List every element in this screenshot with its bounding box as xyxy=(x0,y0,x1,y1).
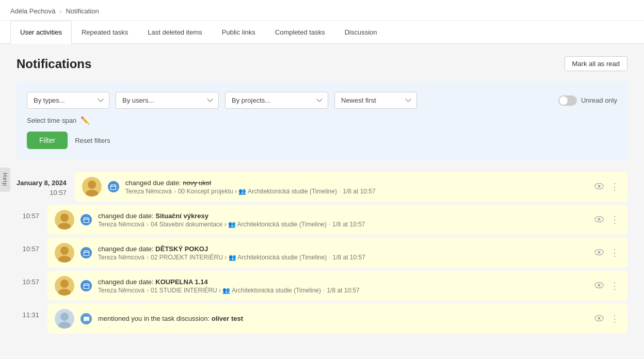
tab-user-activities[interactable]: User activities xyxy=(10,21,72,44)
page-title: Notifications xyxy=(17,57,91,71)
tab-repeated-tasks[interactable]: Repeated tasks xyxy=(72,21,138,44)
svg-point-32 xyxy=(60,313,69,321)
comment-icon xyxy=(81,313,92,324)
avatar xyxy=(55,243,74,263)
unread-only-toggle[interactable] xyxy=(558,95,577,106)
filter-by-types[interactable]: By types... xyxy=(27,92,109,109)
notif-time-sub: 1/8 at 10:57 xyxy=(332,221,365,228)
mark-read-button[interactable] xyxy=(593,247,605,258)
svg-point-23 xyxy=(598,251,601,254)
tab-discussion[interactable]: Discussion xyxy=(335,21,387,44)
edit-icon[interactable]: ✏️ xyxy=(81,116,89,124)
notif-time-sub: 1/8 at 10:57 xyxy=(333,254,365,261)
task-name: novy ukol xyxy=(183,179,211,187)
notif-card: mentioned you in the task discussion: ol… xyxy=(47,304,627,334)
more-options-button[interactable]: ⋮ xyxy=(609,279,620,292)
svg-point-25 xyxy=(58,289,71,296)
calendar-icon xyxy=(81,280,92,291)
filter-panel: By types... By users... By projects... N… xyxy=(17,81,627,159)
avatar xyxy=(55,210,74,230)
calendar-icon xyxy=(81,247,92,258)
unread-only-label: Unread only xyxy=(581,96,617,104)
task-name: oliver test xyxy=(212,315,243,322)
notif-actions: ⋮ xyxy=(593,312,620,325)
filter-by-users[interactable]: By users... xyxy=(116,92,219,109)
notif-main-text: changed due date: novy ukol xyxy=(125,179,587,187)
notif-main-text: changed due date: DĚTSKÝ POKOJ xyxy=(98,245,587,253)
notification-row: 11:31mentioned you in the task discussio… xyxy=(17,304,627,336)
more-options-button[interactable]: ⋮ xyxy=(609,213,620,226)
notif-main-text: mentioned you in the task discussion: ol… xyxy=(98,315,587,322)
notification-row: January 8, 202410:57changed due date: no… xyxy=(17,172,627,204)
notif-path: 00 Koncept projektu › 👥 Architektonická … xyxy=(178,188,337,195)
svg-rect-10 xyxy=(84,218,89,222)
tab-completed-tasks[interactable]: Completed tasks xyxy=(265,21,335,44)
notification-row: 10:57changed due date: Situační výkresyT… xyxy=(17,205,627,237)
svg-point-7 xyxy=(598,185,601,188)
notif-sub-text: Tereza Němcová›01 STUDIE INTERIÉRU › 👥 A… xyxy=(98,287,587,294)
sep2: · xyxy=(339,188,341,195)
more-options-button[interactable]: ⋮ xyxy=(609,180,620,193)
sep2: · xyxy=(323,287,325,294)
more-options-button[interactable]: ⋮ xyxy=(609,246,620,259)
svg-point-33 xyxy=(58,322,71,329)
svg-point-31 xyxy=(598,284,601,287)
breadcrumb-user[interactable]: Adéla Pechová xyxy=(10,7,55,15)
mark-read-button[interactable] xyxy=(593,181,605,192)
help-sidebar[interactable]: Help xyxy=(0,168,10,192)
notif-card: changed due date: Situační výkresyTereza… xyxy=(47,205,627,235)
tab-last-deleted-items[interactable]: Last deleted items xyxy=(138,21,212,44)
more-options-button[interactable]: ⋮ xyxy=(609,312,620,325)
notif-time: 10:57 xyxy=(17,205,47,220)
notif-main-text: changed due date: Situační výkresy xyxy=(98,212,587,220)
svg-point-24 xyxy=(60,280,69,288)
sep: › xyxy=(174,188,176,195)
notif-body: changed due date: DĚTSKÝ POKOJTereza Něm… xyxy=(98,245,587,261)
time-span-text[interactable]: Select time span xyxy=(27,117,76,124)
notif-time: January 8, 202410:57 xyxy=(17,172,75,197)
tabs-bar: User activitiesRepeated tasksLast delete… xyxy=(0,21,644,44)
filter-sort[interactable]: Newest firstOldest first xyxy=(334,92,417,109)
mark-read-button[interactable] xyxy=(593,280,605,291)
filter-button[interactable]: Filter xyxy=(27,132,68,149)
notification-row: 10:57changed due date: DĚTSKÝ POKOJTerez… xyxy=(17,238,627,270)
filter-by-projects[interactable]: By projects... xyxy=(225,92,328,109)
svg-rect-26 xyxy=(84,284,89,288)
breadcrumb-page: Notification xyxy=(66,7,99,15)
tab-public-links[interactable]: Public links xyxy=(212,21,265,44)
sep: › xyxy=(147,287,149,294)
task-name: Situační výkresy xyxy=(155,212,208,220)
notif-time: 10:57 xyxy=(17,271,47,286)
svg-point-8 xyxy=(60,214,69,222)
notif-body: mentioned you in the task discussion: ol… xyxy=(98,315,587,323)
notif-actions: ⋮ xyxy=(593,180,620,193)
svg-point-0 xyxy=(88,181,96,189)
notification-row: 10:57changed due date: KOUPELNA 1.14Tere… xyxy=(17,271,627,303)
mark-all-read-button[interactable]: Mark all as read xyxy=(565,56,627,71)
notif-time: 10:57 xyxy=(17,238,47,253)
mark-read-button[interactable] xyxy=(593,214,605,225)
svg-point-15 xyxy=(598,218,601,221)
notif-time-sub: 1/8 at 10:57 xyxy=(327,287,359,294)
notif-actions: ⋮ xyxy=(593,213,620,226)
notif-sub-text: Tereza Němcová›02 PROJEKT INTERIÉRU › 👥 … xyxy=(98,254,587,261)
notif-actions: ⋮ xyxy=(593,246,620,259)
avatar xyxy=(55,276,74,296)
notif-sub-text: Tereza Němcová›04 Stavební dokumentace ›… xyxy=(98,221,587,228)
notif-time: 11:31 xyxy=(17,304,47,319)
reset-filters-link[interactable]: Reset filters xyxy=(75,137,110,144)
sep2: · xyxy=(329,254,330,261)
notif-card: changed due date: KOUPELNA 1.14Tereza Ně… xyxy=(47,271,627,301)
avatar xyxy=(55,309,74,329)
sep: › xyxy=(147,221,149,228)
task-name: DĚTSKÝ POKOJ xyxy=(155,245,208,253)
mark-read-button[interactable] xyxy=(593,313,605,324)
notif-user: Tereza Němcová xyxy=(98,221,144,228)
svg-rect-34 xyxy=(84,317,89,321)
notif-card: changed due date: DĚTSKÝ POKOJTereza Něm… xyxy=(47,238,627,268)
notif-actions: ⋮ xyxy=(593,279,620,292)
notif-path: 04 Stavební dokumentace › 👥 Architektoni… xyxy=(151,221,327,228)
svg-point-1 xyxy=(86,190,98,197)
avatar xyxy=(82,177,102,197)
notif-body: changed due date: Situační výkresyTereza… xyxy=(98,212,587,228)
